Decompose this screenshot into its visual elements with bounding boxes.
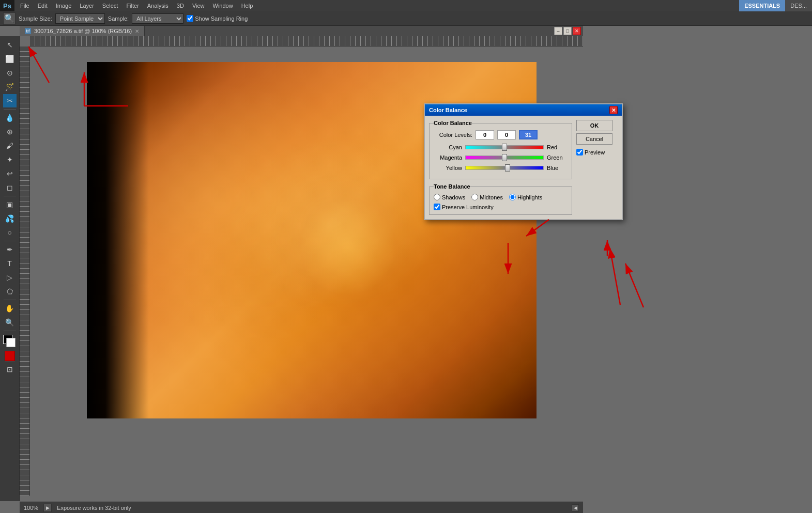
highlights-radio[interactable] xyxy=(509,194,516,200)
sample-select[interactable]: All Layers xyxy=(132,13,183,24)
crop-tool[interactable]: ✂ xyxy=(3,94,17,107)
hand-tool[interactable]: ✋ xyxy=(3,302,17,315)
yellow-blue-slider[interactable] xyxy=(465,164,544,172)
midtones-option[interactable]: Midtones xyxy=(471,194,503,200)
ruler-left-content xyxy=(20,46,29,496)
document-tab-title: 300716_72826 a.tif @ 100% (RGB/16) xyxy=(34,28,132,34)
clone-stamp-tool[interactable]: ✦ xyxy=(3,153,17,166)
show-sampling-ring-checkbox[interactable] xyxy=(187,15,193,22)
show-sampling-ring-label[interactable]: Show Sampling Ring xyxy=(187,15,248,22)
dialog-side-buttons: OK Cancel Preview xyxy=(576,120,618,215)
midtones-radio[interactable] xyxy=(471,194,478,200)
dodge-tool[interactable]: ○ xyxy=(3,226,17,239)
app-logo: Ps xyxy=(0,0,14,11)
spot-heal-tool[interactable]: ⊕ xyxy=(3,125,17,138)
document-tab[interactable]: tif 300716_72826 a.tif @ 100% (RGB/16) ✕ xyxy=(20,26,145,36)
yellow-blue-slider-row: Yellow Blue xyxy=(434,164,568,172)
menu-3d[interactable]: 3D xyxy=(173,2,188,10)
cyan-red-thumb[interactable] xyxy=(502,144,507,151)
cyan-label: Cyan xyxy=(434,144,462,150)
preserve-row: Preserve Luminosity xyxy=(434,204,568,210)
dialog-close-button[interactable]: ✕ xyxy=(609,106,618,114)
essentials-button[interactable]: ESSENTIALS xyxy=(739,0,785,11)
lasso-tool[interactable]: ⊙ xyxy=(3,66,17,80)
status-icon: ▶ xyxy=(43,504,52,512)
preview-label: Preview xyxy=(585,149,605,156)
menu-help[interactable]: Help xyxy=(238,2,257,10)
shadows-radio[interactable] xyxy=(434,194,440,200)
preview-checkbox[interactable] xyxy=(576,149,583,156)
magenta-label: Magenta xyxy=(434,154,462,161)
eraser-tool[interactable]: ◻ xyxy=(3,181,17,194)
menu-view[interactable]: View xyxy=(189,2,208,10)
path-select-tool[interactable]: ▷ xyxy=(3,271,17,284)
ok-button[interactable]: OK xyxy=(576,120,612,131)
menu-analysis[interactable]: Analysis xyxy=(144,2,172,10)
menu-select[interactable]: Select xyxy=(99,2,122,10)
sample-size-select[interactable]: Point Sample xyxy=(55,13,105,24)
menu-window[interactable]: Window xyxy=(209,2,237,10)
color-level-1-input[interactable]: 0 xyxy=(476,130,494,139)
zoom-tool[interactable]: 🔍 xyxy=(3,316,17,329)
tab-icon: tif xyxy=(25,28,31,34)
move-tool[interactable]: ↖ xyxy=(3,38,17,52)
menu-image[interactable]: Image xyxy=(52,2,75,10)
magenta-green-thumb[interactable] xyxy=(502,154,507,161)
menu-filter[interactable]: Filter xyxy=(122,2,142,10)
green-label: Green xyxy=(547,154,568,161)
dialog-title: Color Balance xyxy=(429,107,467,113)
window-maximize-button[interactable]: □ xyxy=(563,27,572,35)
des-button[interactable]: DES... xyxy=(785,0,812,11)
blue-label: Blue xyxy=(547,165,568,171)
color-levels-label: Color Levels: xyxy=(434,132,472,138)
menu-layer[interactable]: Layer xyxy=(76,2,98,10)
tab-close-button[interactable]: ✕ xyxy=(135,28,139,34)
status-nav: ◀ xyxy=(572,504,579,511)
foreground-color-red[interactable] xyxy=(5,351,15,361)
background-color[interactable] xyxy=(6,338,16,347)
magenta-green-slider-row: Magenta Green xyxy=(434,154,568,161)
shadows-label: Shadows xyxy=(442,194,465,200)
color-level-3-input[interactable]: 31 xyxy=(519,130,538,139)
highlights-option[interactable]: Highlights xyxy=(509,194,542,200)
menu-edit[interactable]: Edit xyxy=(34,2,51,10)
menu-file[interactable]: File xyxy=(17,2,33,10)
pen-tool[interactable]: ✒ xyxy=(3,243,17,256)
document-tabbar: tif 300716_72826 a.tif @ 100% (RGB/16) ✕… xyxy=(20,26,583,36)
preserve-luminosity-option[interactable]: Preserve Luminosity xyxy=(434,204,568,210)
history-brush-tool[interactable]: ↩ xyxy=(3,167,17,180)
quick-mask-tool[interactable]: ⊡ xyxy=(3,363,17,376)
gradient-tool[interactable]: ▣ xyxy=(3,198,17,211)
sample-size-label: Sample Size: xyxy=(19,15,52,22)
blur-tool[interactable]: 💦 xyxy=(3,212,17,225)
cyan-red-slider[interactable] xyxy=(465,144,544,151)
cancel-button[interactable]: Cancel xyxy=(576,133,612,145)
separator xyxy=(5,362,15,362)
color-level-2-input[interactable]: 0 xyxy=(497,130,516,139)
sample-label: Sample: xyxy=(108,15,129,22)
preserve-luminosity-checkbox[interactable] xyxy=(434,204,440,210)
preview-option[interactable]: Preview xyxy=(576,149,618,156)
statusbar: 100% ▶ Exposure works in 32-bit only ◀ xyxy=(20,502,583,513)
shadows-option[interactable]: Shadows xyxy=(434,194,465,200)
eyedropper-tool[interactable]: 💧 xyxy=(3,111,17,125)
type-tool[interactable]: T xyxy=(3,257,17,270)
color-swatches[interactable] xyxy=(3,335,17,348)
shape-tool[interactable]: ⬠ xyxy=(3,285,17,298)
ruler-top-content xyxy=(30,36,583,46)
dialog-titlebar[interactable]: Color Balance ✕ xyxy=(425,104,622,116)
window-close-button[interactable]: ✕ xyxy=(573,27,581,35)
brush-tool[interactable]: 🖌 xyxy=(3,139,17,152)
yellow-blue-thumb[interactable] xyxy=(505,164,510,172)
color-balance-section: Color Balance Color Levels: 0 0 31 Cyan xyxy=(429,120,572,179)
marquee-tool[interactable]: ⬜ xyxy=(3,52,17,66)
dialog-body: Color Balance Color Levels: 0 0 31 Cyan xyxy=(425,116,622,219)
tool-separator-3 xyxy=(4,241,16,241)
cyan-red-slider-row: Cyan Red xyxy=(434,144,568,151)
tone-options-row: Shadows Midtones Highlights xyxy=(434,194,568,200)
quick-select-tool[interactable]: 🪄 xyxy=(3,80,17,94)
status-prev-button[interactable]: ◀ xyxy=(572,504,579,511)
window-minimize-button[interactable]: – xyxy=(554,27,562,35)
color-balance-dialog: Color Balance ✕ Color Balance Color Leve… xyxy=(424,103,623,220)
magenta-green-slider[interactable] xyxy=(465,154,544,161)
